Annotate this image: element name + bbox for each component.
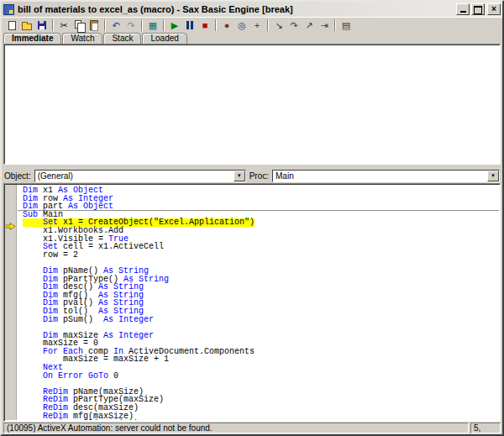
redo-button[interactable]: ↷ (123, 18, 139, 33)
proc-dropdown-value: Main (273, 171, 487, 181)
selector-row: Object: (General) ▼ Proc: Main ▼ (2, 168, 502, 183)
code-line[interactable]: Dim part As Object (18, 202, 499, 211)
cut-button[interactable]: ✂ (56, 18, 71, 33)
end-button[interactable]: ■ (197, 18, 213, 33)
code-line-text: Dim pSum() As Integer (23, 316, 154, 324)
end-icon: ■ (202, 21, 208, 30)
toolbar-separator (334, 19, 336, 31)
paste-icon (90, 20, 98, 30)
proc-label: Proc: (249, 171, 269, 181)
toolbar-separator (104, 19, 106, 31)
app-window: bill of materials to excel_as (macro) - … (0, 0, 504, 436)
step-to-cursor-icon: ⇥ (320, 21, 328, 30)
code-line[interactable]: row = 2 (23, 251, 499, 260)
cursor-position: 5, (470, 423, 501, 433)
edit-userdialog-button[interactable]: ▦ (145, 18, 160, 33)
copy-button[interactable] (71, 18, 87, 33)
new-file-icon (8, 21, 16, 30)
tab-watch[interactable]: Watch (62, 33, 102, 44)
new-file-button[interactable] (4, 18, 19, 33)
quick-watch-button[interactable]: ◎ (234, 18, 249, 33)
proc-dropdown[interactable]: Main ▼ (272, 170, 500, 182)
close-button[interactable]: × (487, 3, 501, 15)
code-line-text: row = 2 (23, 251, 78, 260)
tab-immediate[interactable]: Immediate (3, 33, 61, 44)
toolbar-separator (141, 19, 143, 31)
step-out-button[interactable]: ↗ (302, 18, 317, 33)
code-line[interactable]: Set cell = x1.ActiveCell (23, 243, 499, 251)
chevron-down-icon[interactable]: ▼ (234, 171, 245, 181)
toolbar-separator (267, 19, 269, 31)
maximize-button[interactable] (471, 3, 485, 15)
step-out-icon: ↗ (305, 21, 312, 30)
step-over-button[interactable]: ↷ (286, 18, 302, 33)
pause-icon (186, 21, 193, 29)
code-area[interactable]: Dim x1 As ObjectDim row As IntegerDim pa… (18, 185, 499, 420)
add-watch-icon: + (255, 21, 260, 30)
immediate-panel[interactable] (3, 44, 501, 165)
breakpoint-gutter[interactable] (5, 185, 17, 420)
tab-strip: ImmediateWatchStackLoaded (2, 33, 502, 44)
browse-button[interactable]: ▤ (339, 18, 354, 33)
toolbar-separator (52, 19, 54, 31)
save-file-button[interactable] (34, 18, 50, 33)
pause-button[interactable] (182, 18, 197, 33)
edit-userdialog-icon: ▦ (149, 21, 157, 30)
app-icon (3, 4, 14, 15)
save-file-icon (38, 21, 46, 29)
toggle-breakpoint-button[interactable]: ● (219, 18, 234, 33)
redo-icon: ↷ (127, 21, 134, 30)
cut-icon: ✂ (60, 21, 67, 30)
titlebar-buttons: × (454, 3, 501, 15)
quick-watch-icon: ◎ (238, 21, 246, 30)
window-title: bill of materials to excel_as (macro) - … (18, 4, 454, 14)
current-line-arrow (6, 218, 16, 234)
browse-icon: ▤ (342, 21, 350, 30)
undo-icon: ↶ (112, 21, 119, 30)
open-file-button[interactable] (19, 18, 34, 33)
code-line-text: On Error GoTo 0 (23, 372, 118, 381)
toolbar: ✂↶↷▦▶■●◎+↘↷↗⇥▤ (2, 17, 502, 33)
chevron-down-icon[interactable]: ▼ (487, 171, 499, 181)
tab-loaded[interactable]: Loaded (142, 33, 186, 44)
object-dropdown-value: (General) (35, 171, 234, 181)
code-line[interactable]: On Error GoTo 0 (23, 372, 499, 381)
tab-stack[interactable]: Stack (103, 33, 141, 44)
code-line[interactable]: maxSize = maxSize + 1 (23, 355, 499, 364)
step-over-icon: ↷ (290, 21, 297, 30)
paste-button[interactable] (87, 18, 102, 33)
toolbar-separator (215, 19, 217, 31)
status-message: (10095) ActiveX Automation: server could… (3, 423, 469, 433)
minimize-button[interactable] (456, 3, 470, 15)
code-editor[interactable]: Dim x1 As ObjectDim row As IntegerDim pa… (3, 183, 501, 422)
step-to-cursor-button[interactable]: ⇥ (317, 18, 332, 33)
add-watch-button[interactable]: + (249, 18, 265, 33)
object-dropdown[interactable]: (General) ▼ (34, 170, 246, 182)
undo-button[interactable]: ↶ (108, 18, 123, 33)
toggle-breakpoint-icon: ● (224, 21, 230, 30)
open-file-icon (22, 24, 32, 30)
copy-icon (75, 20, 81, 29)
status-bar: (10095) ActiveX Automation: server could… (2, 422, 502, 434)
step-into-button[interactable]: ↘ (271, 18, 286, 33)
object-label: Object: (4, 171, 31, 181)
start-button[interactable]: ▶ (167, 18, 182, 33)
step-into-icon: ↘ (275, 21, 282, 30)
code-line[interactable]: Dim pSum() As Integer (23, 316, 499, 324)
start-icon: ▶ (171, 21, 178, 30)
toolbar-separator (163, 19, 165, 31)
title-bar: bill of materials to excel_as (macro) - … (2, 2, 502, 17)
